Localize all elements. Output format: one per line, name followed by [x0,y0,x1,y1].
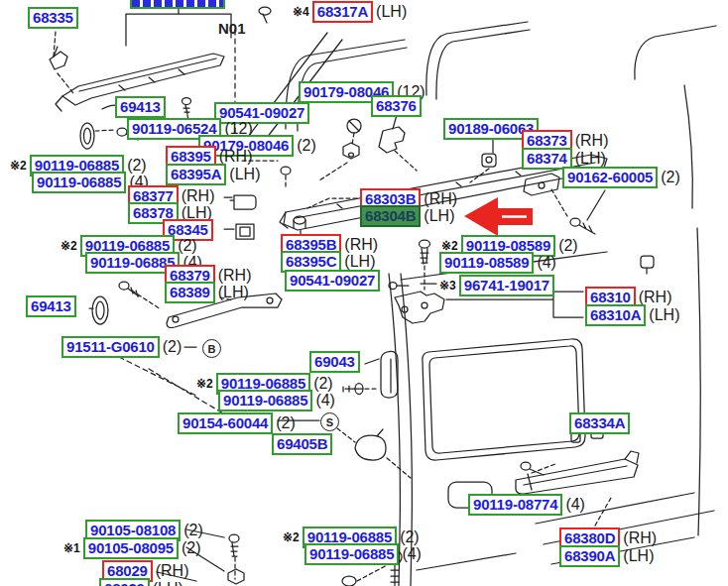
side-or-qty: (LH) [376,4,407,20]
part-number[interactable]: 68334A [569,412,630,434]
part-number[interactable]: 68310A [585,304,646,326]
side-or-qty: (RH) [575,133,609,149]
part-label-68389: 68389(LH) [165,282,249,303]
part-label-90105-08095: ※190105-08095(2) [63,537,201,559]
part-number[interactable]: 69413 [115,96,166,118]
part-number[interactable]: 90119-06885 [304,543,399,565]
part-label-90119-06885: 90119-06885(4) [218,390,335,411]
part-number[interactable]: 68395A [166,164,226,185]
part-label-90119-08774: 90119-08774(4) [468,494,585,516]
side-or-qty: (LH) [649,307,679,323]
part-number[interactable]: 68335 [28,7,78,29]
part-number[interactable]: 69043 [309,351,360,373]
side-or-qty: (LH) [344,254,375,270]
part-number[interactable]: 91511-G0610 [61,336,160,358]
note-marker: ※3 [439,280,456,292]
part-label-68039: 68039(LH) [99,578,183,586]
note-marker: ※2 [61,240,77,252]
part-number[interactable]: 96741-19017 [459,275,554,296]
callout-b[interactable]: B [202,339,221,358]
side-or-qty: (2) [183,523,203,538]
part-label-69043: 69043 [309,351,360,373]
part-label-69405B: 69405B [272,433,332,455]
note-marker: ※2 [283,531,300,543]
side-or-qty: (LH) [623,548,654,564]
side-or-qty: (2) [297,138,316,154]
part-label-90119-08589: 90119-08589(4) [439,252,556,274]
part-label-68334A: 68334A [569,412,630,434]
note-marker: ※1 [63,542,80,554]
side-or-qty: (RH) [639,290,672,305]
side-or-qty: (2) [163,339,182,355]
side-or-qty: (2) [276,415,296,431]
part-number[interactable]: 68376 [371,95,422,117]
part-label-68390A: 68390A(LH) [559,545,654,567]
part-number[interactable]: 90119-08774 [468,494,562,516]
part-label-68376: 68376 [371,95,422,117]
part-label-68335: 68335 [28,7,78,29]
part-label-96741-19017: ※396741-19017 [439,275,554,296]
side-or-qty: (RH) [219,149,253,165]
side-or-qty: (4) [315,393,335,409]
part-label-90162-60005: 90162-60005(2) [562,167,680,188]
part-number[interactable]: 69413 [26,295,76,317]
part-number[interactable]: 68304B [360,205,421,227]
side-or-qty: (LH) [575,151,606,167]
part-label-cutoff [130,0,225,9]
side-or-qty: (2) [558,238,578,254]
side-or-qty: (4) [565,497,585,513]
side-or-qty: (LH) [424,208,454,224]
part-number[interactable] [130,0,225,9]
part-label-68310A: 68310A(LH) [585,304,679,326]
part-number[interactable]: 90119-06885 [32,172,126,193]
side-or-qty: (RH) [156,563,189,579]
side-or-qty: (LH) [229,167,260,182]
part-number[interactable]: 68390A [559,545,620,567]
side-or-qty: (LH) [153,581,183,586]
side-or-qty: (LH) [218,285,249,300]
part-label-68304B: 68304B(LH) [360,205,454,227]
part-number[interactable]: 90119-06885 [218,390,312,411]
callout-s[interactable]: S [320,412,339,431]
part-label-68317A: ※468317A(LH) [293,1,407,23]
side-or-qty: (2) [182,540,201,556]
side-or-qty: (RH) [623,530,657,546]
part-number[interactable]: 90154-60044 [178,412,273,434]
part-number[interactable]: 68389 [165,282,215,303]
part-number[interactable]: 68317A [312,1,373,23]
part-number[interactable]: 90105-08095 [83,537,179,559]
part-label-90119-06885: 90119-06885(4) [304,543,422,565]
side-or-qty: (4) [537,255,556,271]
part-number[interactable]: 90119-08589 [439,252,534,274]
side-or-qty: (2) [661,170,680,185]
grid-ref-n01: N01 [218,20,246,37]
part-number[interactable]: 69405B [272,433,332,455]
part-label-91511-G0610: 91511-G0610(2) [61,336,182,358]
note-marker: ※2 [10,160,27,172]
part-label-68395A: 68395A(LH) [166,164,260,185]
part-label-69413: 69413 [115,96,166,118]
part-label-69413: 69413 [26,295,76,317]
note-marker: ※2 [196,378,213,390]
parts-diagram: 68335※468317A(LH)6941390541-0902790119-0… [0,0,728,586]
part-number[interactable]: 90541-09027 [285,270,380,292]
note-marker: ※2 [441,240,458,252]
part-label-90154-60044: 90154-60044(2) [178,412,296,434]
part-number[interactable]: 68039 [99,578,150,586]
part-label-90541-09027: 90541-09027 [285,270,380,292]
part-number[interactable]: 90162-60005 [562,167,658,188]
part-labels-layer: 68335※468317A(LH)6941390541-0902790119-0… [0,0,728,586]
side-or-qty: (4) [402,546,422,562]
note-marker: ※4 [293,6,309,18]
